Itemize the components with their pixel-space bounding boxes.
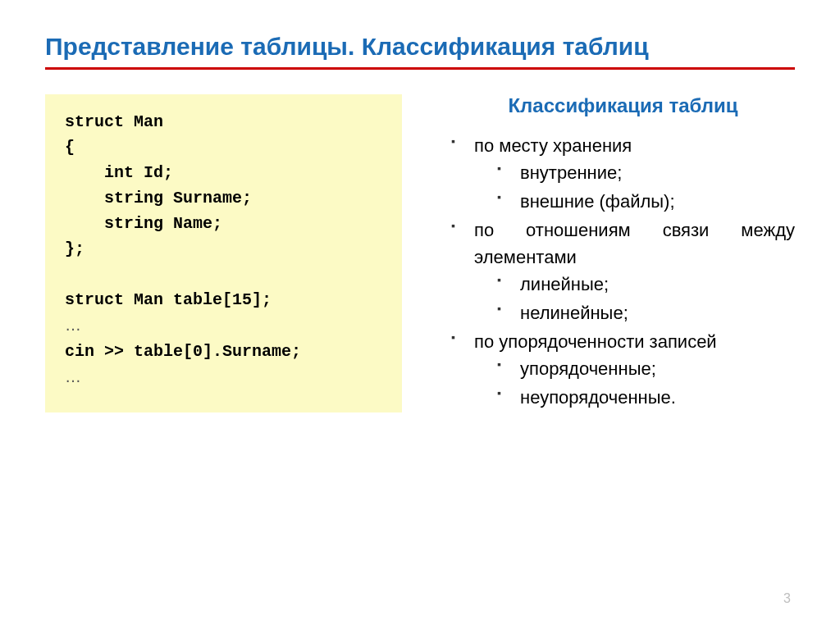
- slide-title: Представление таблицы. Классификация таб…: [45, 33, 795, 70]
- list-item: по месту хранения внутренние; внешние (ф…: [451, 132, 795, 215]
- list-label: внешние (файлы);: [520, 191, 675, 212]
- list-label: по упорядоченности записей: [474, 331, 717, 352]
- list-label: внутренние;: [520, 162, 622, 183]
- subtitle: Классификация таблиц: [451, 94, 795, 117]
- code-ellipsis: …: [65, 316, 81, 334]
- list-item: внутренние;: [497, 159, 795, 186]
- code-line: string Surname;: [65, 189, 252, 207]
- code-ellipsis: …: [65, 367, 81, 385]
- list-item: нелинейные;: [497, 299, 795, 326]
- code-line: string Name;: [65, 214, 222, 233]
- list-item: по упорядоченности записей упорядоченные…: [451, 328, 795, 411]
- sub-list: внутренние; внешние (файлы);: [474, 159, 795, 215]
- code-line: int Id;: [65, 163, 173, 182]
- code-block: struct Man { int Id; string Surname; str…: [45, 94, 402, 412]
- list-item: неупорядоченные.: [497, 384, 795, 411]
- list-label: нелинейные;: [520, 303, 628, 323]
- sub-list: упорядоченные; неупорядоченные.: [474, 355, 795, 411]
- list-label: по месту хранения: [474, 135, 632, 156]
- list-item: упорядоченные;: [497, 355, 795, 382]
- list-label: линейные;: [520, 274, 609, 294]
- code-line: cin >> table[0].Surname;: [65, 342, 301, 361]
- bullet-list: по месту хранения внутренние; внешние (ф…: [451, 132, 795, 411]
- code-line: struct Man table[15];: [65, 290, 272, 309]
- code-line: struct Man: [65, 112, 163, 131]
- list-label: по отношениям связи между элементами: [474, 220, 795, 267]
- sub-list: линейные; нелинейные;: [474, 271, 795, 326]
- list-item: по отношениям связи между элементами лин…: [451, 217, 795, 326]
- list-label: упорядоченные;: [520, 358, 656, 379]
- content-area: struct Man { int Id; string Surname; str…: [45, 94, 795, 412]
- page-number: 3: [783, 591, 791, 606]
- list-label: неупорядоченные.: [520, 387, 676, 408]
- list-item: линейные;: [497, 271, 795, 298]
- code-line: {: [65, 138, 75, 157]
- code-line: };: [65, 239, 84, 258]
- classification-section: Классификация таблиц по месту хранения в…: [451, 94, 795, 412]
- list-item: внешние (файлы);: [497, 188, 795, 215]
